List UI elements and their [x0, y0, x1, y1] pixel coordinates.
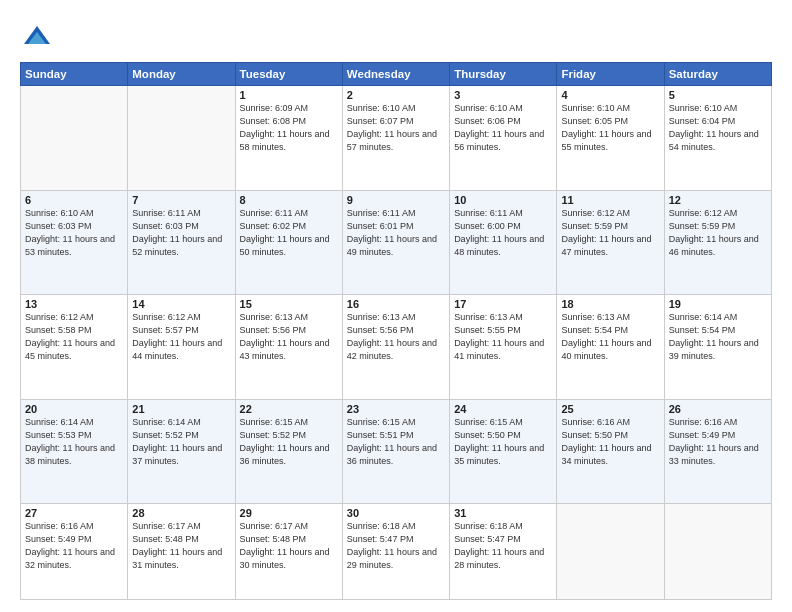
day-info: Sunrise: 6:16 AMSunset: 5:50 PMDaylight:…	[561, 417, 651, 466]
calendar-cell: 11Sunrise: 6:12 AMSunset: 5:59 PMDayligh…	[557, 190, 664, 295]
calendar-cell: 4Sunrise: 6:10 AMSunset: 6:05 PMDaylight…	[557, 86, 664, 191]
day-number: 17	[454, 298, 552, 310]
logo-icon	[22, 22, 52, 52]
day-info: Sunrise: 6:13 AMSunset: 5:55 PMDaylight:…	[454, 312, 544, 361]
calendar-cell: 19Sunrise: 6:14 AMSunset: 5:54 PMDayligh…	[664, 295, 771, 400]
day-info: Sunrise: 6:10 AMSunset: 6:03 PMDaylight:…	[25, 208, 115, 257]
page: SundayMondayTuesdayWednesdayThursdayFrid…	[0, 0, 792, 612]
calendar-cell: 23Sunrise: 6:15 AMSunset: 5:51 PMDayligh…	[342, 399, 449, 504]
day-info: Sunrise: 6:12 AMSunset: 5:59 PMDaylight:…	[561, 208, 651, 257]
calendar-cell: 12Sunrise: 6:12 AMSunset: 5:59 PMDayligh…	[664, 190, 771, 295]
calendar-cell	[557, 504, 664, 600]
calendar-cell	[664, 504, 771, 600]
calendar-cell: 24Sunrise: 6:15 AMSunset: 5:50 PMDayligh…	[450, 399, 557, 504]
day-number: 16	[347, 298, 445, 310]
day-number: 11	[561, 194, 659, 206]
calendar-cell: 21Sunrise: 6:14 AMSunset: 5:52 PMDayligh…	[128, 399, 235, 504]
calendar-cell: 15Sunrise: 6:13 AMSunset: 5:56 PMDayligh…	[235, 295, 342, 400]
day-info: Sunrise: 6:11 AMSunset: 6:00 PMDaylight:…	[454, 208, 544, 257]
day-info: Sunrise: 6:14 AMSunset: 5:52 PMDaylight:…	[132, 417, 222, 466]
day-number: 7	[132, 194, 230, 206]
calendar-cell: 20Sunrise: 6:14 AMSunset: 5:53 PMDayligh…	[21, 399, 128, 504]
day-number: 3	[454, 89, 552, 101]
calendar-cell: 7Sunrise: 6:11 AMSunset: 6:03 PMDaylight…	[128, 190, 235, 295]
day-info: Sunrise: 6:10 AMSunset: 6:05 PMDaylight:…	[561, 103, 651, 152]
day-number: 12	[669, 194, 767, 206]
day-info: Sunrise: 6:10 AMSunset: 6:04 PMDaylight:…	[669, 103, 759, 152]
day-info: Sunrise: 6:17 AMSunset: 5:48 PMDaylight:…	[132, 521, 222, 570]
day-number: 19	[669, 298, 767, 310]
day-info: Sunrise: 6:14 AMSunset: 5:54 PMDaylight:…	[669, 312, 759, 361]
day-number: 8	[240, 194, 338, 206]
day-number: 13	[25, 298, 123, 310]
calendar-cell: 9Sunrise: 6:11 AMSunset: 6:01 PMDaylight…	[342, 190, 449, 295]
calendar-cell: 25Sunrise: 6:16 AMSunset: 5:50 PMDayligh…	[557, 399, 664, 504]
calendar-week-row: 13Sunrise: 6:12 AMSunset: 5:58 PMDayligh…	[21, 295, 772, 400]
day-info: Sunrise: 6:10 AMSunset: 6:07 PMDaylight:…	[347, 103, 437, 152]
calendar-cell: 29Sunrise: 6:17 AMSunset: 5:48 PMDayligh…	[235, 504, 342, 600]
calendar-cell	[21, 86, 128, 191]
day-info: Sunrise: 6:13 AMSunset: 5:54 PMDaylight:…	[561, 312, 651, 361]
logo	[20, 22, 52, 52]
day-info: Sunrise: 6:10 AMSunset: 6:06 PMDaylight:…	[454, 103, 544, 152]
day-number: 30	[347, 507, 445, 519]
day-of-week-header: Wednesday	[342, 63, 449, 86]
calendar-cell: 8Sunrise: 6:11 AMSunset: 6:02 PMDaylight…	[235, 190, 342, 295]
day-info: Sunrise: 6:11 AMSunset: 6:03 PMDaylight:…	[132, 208, 222, 257]
calendar-cell: 18Sunrise: 6:13 AMSunset: 5:54 PMDayligh…	[557, 295, 664, 400]
day-number: 4	[561, 89, 659, 101]
calendar-cell: 14Sunrise: 6:12 AMSunset: 5:57 PMDayligh…	[128, 295, 235, 400]
calendar-cell: 2Sunrise: 6:10 AMSunset: 6:07 PMDaylight…	[342, 86, 449, 191]
day-info: Sunrise: 6:15 AMSunset: 5:51 PMDaylight:…	[347, 417, 437, 466]
calendar-cell	[128, 86, 235, 191]
calendar-cell: 1Sunrise: 6:09 AMSunset: 6:08 PMDaylight…	[235, 86, 342, 191]
day-number: 5	[669, 89, 767, 101]
day-of-week-header: Tuesday	[235, 63, 342, 86]
day-info: Sunrise: 6:15 AMSunset: 5:52 PMDaylight:…	[240, 417, 330, 466]
calendar-cell: 26Sunrise: 6:16 AMSunset: 5:49 PMDayligh…	[664, 399, 771, 504]
calendar-cell: 3Sunrise: 6:10 AMSunset: 6:06 PMDaylight…	[450, 86, 557, 191]
day-number: 18	[561, 298, 659, 310]
day-info: Sunrise: 6:09 AMSunset: 6:08 PMDaylight:…	[240, 103, 330, 152]
day-info: Sunrise: 6:12 AMSunset: 5:58 PMDaylight:…	[25, 312, 115, 361]
day-number: 6	[25, 194, 123, 206]
calendar-cell: 27Sunrise: 6:16 AMSunset: 5:49 PMDayligh…	[21, 504, 128, 600]
header	[20, 18, 772, 52]
calendar-cell: 13Sunrise: 6:12 AMSunset: 5:58 PMDayligh…	[21, 295, 128, 400]
day-info: Sunrise: 6:17 AMSunset: 5:48 PMDaylight:…	[240, 521, 330, 570]
calendar-cell: 28Sunrise: 6:17 AMSunset: 5:48 PMDayligh…	[128, 504, 235, 600]
day-number: 26	[669, 403, 767, 415]
day-info: Sunrise: 6:11 AMSunset: 6:01 PMDaylight:…	[347, 208, 437, 257]
calendar-cell: 16Sunrise: 6:13 AMSunset: 5:56 PMDayligh…	[342, 295, 449, 400]
day-number: 15	[240, 298, 338, 310]
day-number: 24	[454, 403, 552, 415]
day-info: Sunrise: 6:18 AMSunset: 5:47 PMDaylight:…	[347, 521, 437, 570]
day-number: 9	[347, 194, 445, 206]
calendar-week-row: 1Sunrise: 6:09 AMSunset: 6:08 PMDaylight…	[21, 86, 772, 191]
day-number: 21	[132, 403, 230, 415]
day-info: Sunrise: 6:14 AMSunset: 5:53 PMDaylight:…	[25, 417, 115, 466]
calendar-cell: 17Sunrise: 6:13 AMSunset: 5:55 PMDayligh…	[450, 295, 557, 400]
calendar-week-row: 6Sunrise: 6:10 AMSunset: 6:03 PMDaylight…	[21, 190, 772, 295]
day-number: 14	[132, 298, 230, 310]
day-info: Sunrise: 6:13 AMSunset: 5:56 PMDaylight:…	[347, 312, 437, 361]
day-info: Sunrise: 6:12 AMSunset: 5:59 PMDaylight:…	[669, 208, 759, 257]
day-number: 31	[454, 507, 552, 519]
day-of-week-header: Monday	[128, 63, 235, 86]
calendar-week-row: 27Sunrise: 6:16 AMSunset: 5:49 PMDayligh…	[21, 504, 772, 600]
day-of-week-header: Friday	[557, 63, 664, 86]
day-info: Sunrise: 6:16 AMSunset: 5:49 PMDaylight:…	[669, 417, 759, 466]
calendar-cell: 6Sunrise: 6:10 AMSunset: 6:03 PMDaylight…	[21, 190, 128, 295]
calendar-table: SundayMondayTuesdayWednesdayThursdayFrid…	[20, 62, 772, 600]
calendar-cell: 30Sunrise: 6:18 AMSunset: 5:47 PMDayligh…	[342, 504, 449, 600]
day-info: Sunrise: 6:11 AMSunset: 6:02 PMDaylight:…	[240, 208, 330, 257]
day-number: 27	[25, 507, 123, 519]
day-number: 1	[240, 89, 338, 101]
calendar-cell: 10Sunrise: 6:11 AMSunset: 6:00 PMDayligh…	[450, 190, 557, 295]
day-number: 22	[240, 403, 338, 415]
day-of-week-header: Sunday	[21, 63, 128, 86]
days-header-row: SundayMondayTuesdayWednesdayThursdayFrid…	[21, 63, 772, 86]
day-info: Sunrise: 6:12 AMSunset: 5:57 PMDaylight:…	[132, 312, 222, 361]
calendar-cell: 31Sunrise: 6:18 AMSunset: 5:47 PMDayligh…	[450, 504, 557, 600]
calendar-cell: 22Sunrise: 6:15 AMSunset: 5:52 PMDayligh…	[235, 399, 342, 504]
